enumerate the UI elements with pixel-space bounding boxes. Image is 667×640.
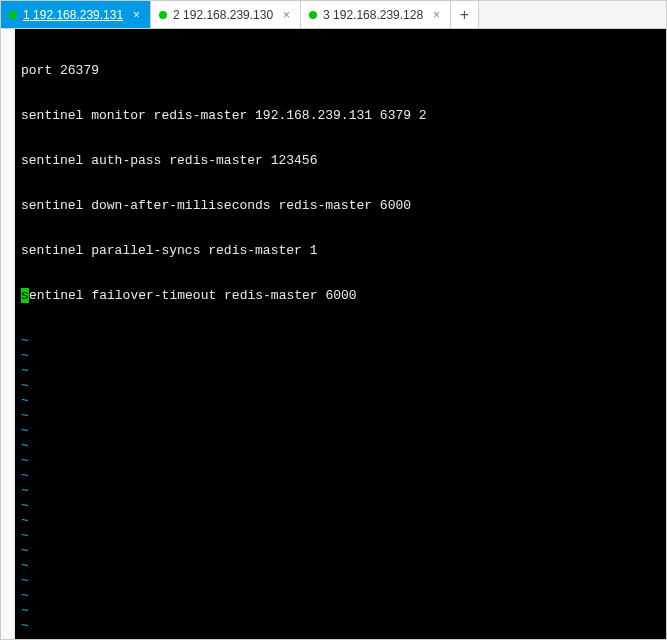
- empty-line-tilde: ~: [21, 348, 660, 363]
- empty-line-tilde: ~: [21, 438, 660, 453]
- status-dot-icon: [159, 11, 167, 19]
- empty-line-tilde: ~: [21, 513, 660, 528]
- status-dot-icon: [309, 11, 317, 19]
- status-dot-icon: [9, 11, 17, 19]
- tab-label: 3 192.168.239.128: [323, 8, 425, 22]
- empty-line-tilde: ~: [21, 378, 660, 393]
- empty-line-tilde: ~: [21, 468, 660, 483]
- terminal[interactable]: port 26379 sentinel monitor redis-master…: [15, 29, 666, 639]
- left-gutter: [1, 29, 15, 639]
- close-icon[interactable]: ×: [131, 8, 142, 22]
- empty-line-tilde: ~: [21, 618, 660, 633]
- terminal-line: port 26379: [21, 63, 660, 78]
- empty-line-tilde: ~: [21, 558, 660, 573]
- empty-line-tilde: ~: [21, 573, 660, 588]
- terminal-line: sentinel down-after-milliseconds redis-m…: [21, 198, 660, 213]
- cursor-icon: s: [21, 288, 29, 303]
- empty-line-tilde: ~: [21, 498, 660, 513]
- close-icon[interactable]: ×: [431, 8, 442, 22]
- tab-bar: 1 192.168.239.131 × 2 192.168.239.130 × …: [1, 1, 666, 29]
- terminal-line: sentinel auth-pass redis-master 123456: [21, 153, 660, 168]
- close-icon[interactable]: ×: [281, 8, 292, 22]
- terminal-line: sentinel monitor redis-master 192.168.23…: [21, 108, 660, 123]
- empty-line-tilde: ~: [21, 588, 660, 603]
- empty-line-tilde: ~: [21, 483, 660, 498]
- empty-line-tilde: ~: [21, 603, 660, 618]
- tab-2[interactable]: 2 192.168.239.130 ×: [151, 1, 301, 28]
- empty-line-tilde: ~: [21, 408, 660, 423]
- tilde-lines: ~~~~~~~~~~~~~~~~~~~~~~~~~~~~~~~~~~~~~~: [21, 333, 660, 639]
- empty-line-tilde: ~: [21, 543, 660, 558]
- empty-line-tilde: ~: [21, 528, 660, 543]
- tab-3[interactable]: 3 192.168.239.128 ×: [301, 1, 451, 28]
- empty-line-tilde: ~: [21, 333, 660, 348]
- empty-line-tilde: ~: [21, 393, 660, 408]
- tab-label: 1 192.168.239.131: [23, 8, 125, 22]
- terminal-cursor-line: sentinel failover-timeout redis-master 6…: [21, 288, 660, 303]
- new-tab-button[interactable]: +: [451, 1, 479, 28]
- empty-line-tilde: ~: [21, 363, 660, 378]
- empty-line-tilde: ~: [21, 633, 660, 639]
- tab-label: 2 192.168.239.130: [173, 8, 275, 22]
- empty-line-tilde: ~: [21, 423, 660, 438]
- terminal-line: sentinel parallel-syncs redis-master 1: [21, 243, 660, 258]
- empty-line-tilde: ~: [21, 453, 660, 468]
- tab-1[interactable]: 1 192.168.239.131 ×: [1, 1, 151, 28]
